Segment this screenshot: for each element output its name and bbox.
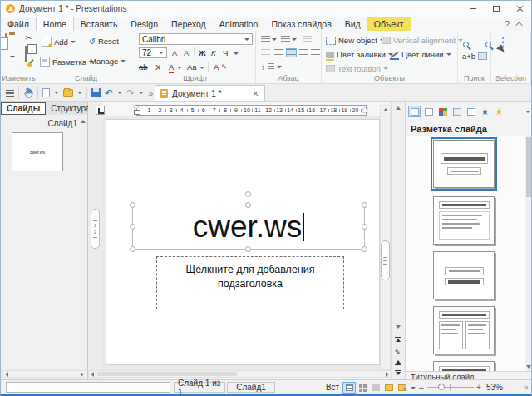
strikethrough-button[interactable]: ab (139, 62, 148, 72)
selection-handle[interactable] (130, 246, 135, 252)
title-textbox[interactable]: cwer.ws (132, 205, 365, 250)
font-family-select[interactable]: Calibri (139, 33, 253, 45)
bold-button[interactable]: Ж (199, 48, 206, 57)
search-icon[interactable] (463, 42, 469, 47)
new-document-dropdown[interactable] (54, 92, 59, 94)
selection-handle[interactable] (245, 246, 251, 252)
undo-dropdown[interactable] (117, 92, 122, 94)
slide-sorter-button[interactable] (357, 383, 368, 393)
redo-dropdown[interactable] (139, 92, 144, 94)
highlight-color-button[interactable]: A✎ (214, 62, 227, 72)
insert-pane-button[interactable] (465, 106, 477, 117)
indent-marker-right[interactable] (362, 107, 368, 112)
font-color-button[interactable]: A (169, 62, 174, 73)
align-right-button[interactable] (299, 49, 308, 57)
tab-insert[interactable]: Вставить (74, 17, 125, 31)
select-pane-icon[interactable] (478, 52, 487, 60)
pen-tool-icon[interactable]: ✎ (395, 349, 401, 356)
font-color-dropdown[interactable] (177, 67, 182, 69)
document-tab-close-icon[interactable] (253, 90, 259, 96)
zoom-slider-track[interactable] (427, 387, 474, 388)
minimize-button[interactable] (461, 1, 485, 17)
layout-thumbnail-two-content[interactable] (433, 306, 495, 354)
slide-thumbnail[interactable]: cwer.ws (12, 132, 63, 171)
right-splitter-handle[interactable] (381, 240, 390, 280)
gutter-scroll-down-icon[interactable] (396, 325, 401, 329)
next-slide-icon[interactable] (395, 370, 401, 375)
layout-scroll-down-icon[interactable] (526, 365, 531, 369)
tab-file[interactable]: Файл (1, 17, 36, 31)
panel-hscrollbar[interactable] (2, 370, 86, 378)
layout-thumbnail-partial[interactable] (433, 361, 495, 371)
favorites-blue-button[interactable]: ★ (479, 106, 491, 117)
layout-pane-button[interactable] (408, 106, 421, 117)
open-file-dropdown[interactable] (77, 92, 82, 94)
numbering-dropdown[interactable] (292, 38, 297, 41)
favorites-yellow-button[interactable]: ★ (493, 106, 505, 117)
vertical-alignment-button[interactable]: Vertical alignment (382, 36, 463, 45)
redo-icon[interactable]: ↷ (126, 87, 135, 99)
left-splitter-handle[interactable]: 12 (91, 209, 100, 249)
editing-canvas[interactable]: cwer.ws Щелкните для добавления подзагол… (102, 116, 380, 370)
new-document-icon[interactable] (42, 88, 50, 97)
tab-home[interactable]: Home (36, 17, 74, 31)
align-center-button[interactable] (287, 49, 296, 57)
quickbar-overflow[interactable]: » (148, 88, 153, 98)
layout-scroll-thumb[interactable] (526, 137, 531, 197)
color-scheme-button[interactable] (436, 106, 449, 117)
document-tab[interactable]: Документ 1 * (155, 85, 265, 101)
close-button[interactable] (508, 1, 531, 17)
bullets-button[interactable] (261, 36, 270, 43)
zoom-slider-thumb[interactable] (438, 384, 445, 390)
selection-handle[interactable] (362, 202, 367, 208)
design-pane-button[interactable] (422, 106, 435, 117)
layout-thumbnail-title-content[interactable] (433, 196, 495, 245)
tab-slideshow[interactable]: Показ слайдов (264, 17, 337, 31)
selection-handle[interactable] (362, 224, 367, 230)
panel-scroll-up-icon[interactable] (81, 120, 86, 123)
copy-button[interactable] (25, 46, 27, 62)
shrink-font-button[interactable]: A (184, 48, 189, 57)
text-rotation-button[interactable]: Text rotation (326, 64, 388, 73)
view-options-dropdown[interactable] (411, 387, 416, 389)
tab-animation[interactable]: Animation (213, 17, 265, 31)
layout-list-scrollbar[interactable] (525, 136, 532, 371)
scroll-up-icon[interactable] (383, 108, 388, 111)
scroll-right-icon[interactable] (81, 372, 84, 377)
subtitle-placeholder[interactable]: Щелкните для добавления подзаголовка (156, 256, 344, 309)
slideshow-button[interactable] (383, 383, 395, 393)
canvas-hscrollbar[interactable] (88, 370, 392, 378)
line-spacing-button[interactable]: ↕ (261, 62, 282, 72)
insert-mode-indicator[interactable]: Вст (323, 382, 342, 393)
scroll-left-icon[interactable] (5, 372, 8, 377)
slide-layout-button[interactable]: Разметка (40, 57, 94, 67)
maximize-button[interactable] (485, 1, 508, 17)
cut-button[interactable]: ✂ (25, 34, 32, 42)
align-left-button[interactable] (274, 49, 283, 57)
grow-font-button[interactable]: A (172, 48, 177, 57)
main-menu-icon[interactable] (6, 90, 14, 97)
tab-design[interactable]: Design (124, 17, 165, 31)
sidebar-options-dropdown[interactable] (525, 111, 530, 113)
statusbar-overflow[interactable]: » (524, 383, 529, 392)
selection-handle[interactable] (130, 202, 135, 208)
change-case-button[interactable]: Aa (187, 62, 197, 72)
underline-dropdown[interactable] (234, 52, 239, 55)
touch-mode-icon[interactable] (23, 87, 33, 98)
tab-object[interactable]: Объект (367, 17, 411, 31)
new-object-button[interactable]: New object (326, 36, 385, 45)
undo-icon[interactable]: ↶ (105, 87, 113, 99)
tab-slides[interactable]: Слайды (1, 102, 46, 115)
increase-indent-button[interactable] (303, 36, 312, 43)
selection-handle[interactable] (130, 224, 135, 230)
normal-view-button[interactable] (343, 383, 355, 393)
subscript-button[interactable]: X (155, 62, 160, 72)
selection-tool-button[interactable] (502, 37, 504, 52)
previous-slide-icon[interactable] (395, 360, 401, 365)
tab-stop-selector[interactable] (96, 106, 105, 115)
scroll-left-icon[interactable] (91, 372, 94, 377)
status-note-input[interactable] (6, 382, 170, 393)
change-case-dropdown[interactable] (200, 67, 204, 69)
save-icon[interactable] (91, 88, 101, 97)
gutter-scroll-up-icon[interactable] (396, 106, 401, 110)
